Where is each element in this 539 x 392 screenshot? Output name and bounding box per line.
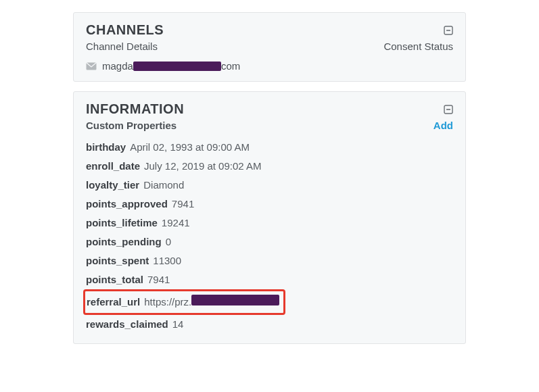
prop-points-approved: points_approved 7941	[86, 195, 453, 214]
referral-url-highlight: referral_url https://prz.	[83, 289, 285, 315]
email-prefix: magda	[102, 60, 133, 72]
prop-val: 7941	[147, 270, 170, 289]
collapse-icon[interactable]	[444, 26, 453, 35]
prop-loyalty-tier: loyalty_tier Diamond	[86, 176, 453, 195]
information-subhead-row: Custom Properties Add	[86, 120, 453, 131]
prop-val: 7941	[172, 195, 194, 214]
prop-key: referral_url	[87, 293, 140, 312]
prop-key: enroll_date	[86, 157, 140, 176]
channel-details-label: Channel Details	[86, 41, 158, 52]
channel-email-row[interactable]: magdacom	[86, 60, 453, 72]
referral-url-prefix: https://prz.	[144, 296, 191, 308]
prop-key: points_spent	[86, 251, 149, 270]
information-header: INFORMATION	[86, 101, 453, 117]
prop-key: rewards_claimed	[86, 315, 168, 334]
referral-url-redaction	[191, 295, 279, 305]
prop-points-spent: points_spent 11300	[86, 251, 453, 270]
email-suffix: com	[221, 60, 240, 72]
custom-properties-label: Custom Properties	[86, 120, 177, 131]
prop-key: points_total	[86, 270, 143, 289]
prop-val: Diamond	[143, 176, 184, 195]
prop-val: April 02, 1993 at 09:00 AM	[130, 138, 250, 157]
consent-status-label: Consent Status	[383, 41, 453, 52]
prop-points-lifetime: points_lifetime 19241	[86, 214, 453, 232]
collapse-icon[interactable]	[444, 105, 453, 114]
prop-val: 14	[172, 315, 184, 334]
prop-val: July 12, 2019 at 09:02 AM	[144, 157, 261, 176]
channels-header: CHANNELS	[86, 22, 453, 38]
prop-val: https://prz.	[144, 293, 279, 312]
email-redaction	[133, 62, 221, 71]
channels-subhead-row: Channel Details Consent Status	[86, 41, 453, 52]
prop-val: 11300	[153, 251, 181, 270]
prop-enroll-date: enroll_date July 12, 2019 at 09:02 AM	[86, 157, 453, 176]
information-card: INFORMATION Custom Properties Add birthd…	[73, 91, 466, 344]
prop-key: loyalty_tier	[86, 176, 139, 195]
prop-key: points_approved	[86, 195, 168, 214]
envelope-icon	[86, 62, 97, 70]
prop-val: 19241	[162, 214, 190, 232]
prop-points-total: points_total 7941	[86, 270, 453, 289]
prop-key: points_lifetime	[86, 214, 158, 232]
prop-key: birthday	[86, 138, 126, 157]
prop-rewards-claimed: rewards_claimed 14	[86, 315, 453, 334]
custom-properties-list: birthday April 02, 1993 at 09:00 AM enro…	[86, 138, 453, 334]
prop-points-pending: points_pending 0	[86, 232, 453, 251]
prop-val: 0	[166, 232, 171, 251]
prop-key: points_pending	[86, 232, 162, 251]
prop-birthday: birthday April 02, 1993 at 09:00 AM	[86, 138, 453, 157]
channels-title: CHANNELS	[86, 22, 164, 38]
information-title: INFORMATION	[86, 101, 184, 117]
add-link[interactable]: Add	[433, 120, 453, 131]
channels-card: CHANNELS Channel Details Consent Status …	[73, 12, 466, 82]
prop-referral-url: referral_url https://prz.	[86, 289, 453, 315]
